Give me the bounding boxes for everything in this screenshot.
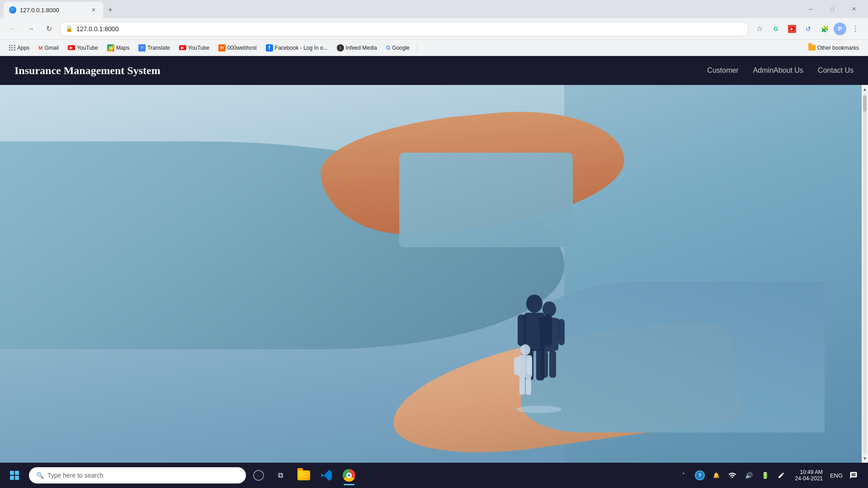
svg-rect-7 [558, 319, 565, 345]
volume-icon[interactable]: 🔊 [741, 465, 756, 486]
bookmark-youtube2[interactable]: YouTube [175, 43, 213, 53]
browser-frame: 127.0.0.1:8000 ✕ + ─ □ ✕ ← → ↻ 🔒 127.0.0… [0, 0, 868, 488]
cortana-button[interactable]: ○ [250, 465, 268, 486]
taskview-icon: ⧉ [278, 471, 283, 479]
active-tab[interactable]: 127.0.0.1:8000 ✕ [4, 2, 103, 18]
wifi-svg [728, 471, 736, 479]
webhost-icon: W [218, 44, 226, 52]
notification-area[interactable]: 🔔 [709, 465, 723, 486]
tab-bar: 127.0.0.1:8000 ✕ + ─ □ ✕ [0, 0, 868, 18]
toolbar: ← → ↻ 🔒 127.0.0.1:8000 ☆ G ↺ 🧩 P ⋮ [0, 18, 868, 40]
taskview-button[interactable]: ⧉ [269, 465, 291, 486]
maps-icon: M [107, 44, 114, 52]
reload-button[interactable]: ↻ [42, 22, 56, 36]
pen-input-icon[interactable] [774, 465, 788, 486]
nav-customer[interactable]: Customer [707, 66, 738, 75]
bookmark-youtube1[interactable]: YouTube [64, 43, 102, 53]
tab-close-button[interactable]: ✕ [90, 6, 98, 14]
close-button[interactable]: ✕ [844, 2, 864, 16]
scroll-down-arrow[interactable]: ▼ [863, 456, 867, 461]
bookmark-maps[interactable]: M Maps [104, 42, 133, 53]
taskbar-search[interactable]: 🔍 Type here to search [29, 467, 246, 483]
bookmark-facebook[interactable]: f Facebook - Log In o... [262, 42, 331, 53]
file-explorer-icon [297, 470, 310, 480]
minimize-button[interactable]: ─ [800, 2, 821, 16]
google-icon: G [386, 45, 390, 51]
address-bar[interactable]: 🔒 127.0.0.1:8000 [60, 22, 749, 36]
taskbar-search-placeholder: Type here to search [47, 472, 104, 479]
extension-icon-2[interactable]: ↺ [801, 22, 816, 36]
extension-icon-1[interactable] [785, 22, 799, 36]
chrome-menu[interactable]: ⋮ [848, 22, 863, 36]
tab-favicon [9, 6, 16, 14]
nav-admin[interactable]: Admin [753, 66, 774, 75]
maximize-button[interactable]: □ [822, 2, 843, 16]
wifi-icon[interactable] [725, 465, 740, 486]
profile-avatar[interactable]: P [834, 23, 846, 35]
site-nav-right: About Us Contact Us [774, 66, 854, 75]
security-icon: 🔒 [66, 25, 73, 32]
taskbar-vscode[interactable] [316, 465, 337, 486]
bookmarks-bar: Apps M Gmail YouTube M Maps T Translate [0, 40, 868, 56]
hero-section: ▲ ▼ [0, 85, 868, 463]
scroll-track[interactable] [863, 94, 867, 454]
windows-icon [10, 471, 19, 480]
facebook-icon: f [266, 44, 273, 52]
action-center-icon [849, 471, 858, 479]
bookmark-maps-label: Maps [116, 45, 129, 51]
taskbar-time: 10:49 AM [800, 469, 823, 475]
action-center[interactable] [846, 465, 861, 486]
bookmark-translate-label: Translate [147, 45, 170, 51]
taskbar-date: 24-04-2021 [795, 475, 823, 482]
bookmark-gmail[interactable]: M Gmail [35, 43, 62, 53]
svg-rect-12 [514, 357, 519, 375]
svg-rect-14 [519, 377, 525, 395]
scroll-thumb[interactable] [863, 96, 867, 112]
youtube-icon-2 [179, 45, 186, 50]
grammarly-extension[interactable]: G [769, 22, 783, 36]
language-text: ENG [830, 472, 843, 479]
pen-svg [778, 472, 785, 479]
bookmark-translate[interactable]: T Translate [135, 42, 174, 53]
taskbar-search-icon: 🔍 [36, 472, 44, 479]
site-nav: Insurance Management System Customer Adm… [0, 56, 868, 85]
bookmark-apps-label: Apps [17, 45, 29, 51]
bookmark-separator [417, 43, 417, 52]
bookmark-infeed-label: Infeed Media [346, 45, 377, 51]
taskbar: 🔍 Type here to search ○ ⧉ [0, 463, 868, 488]
website-content: Insurance Management System Customer Adm… [0, 56, 868, 463]
battery-icon[interactable]: 🔋 [758, 465, 772, 486]
show-hidden-icons[interactable]: ˄ [676, 465, 691, 486]
help-icon[interactable]: ? [693, 465, 707, 486]
svg-point-16 [516, 406, 561, 413]
bookmark-000webhost-label: 000webhost [227, 45, 257, 51]
scrollbar[interactable]: ▲ ▼ [862, 85, 868, 463]
star-button[interactable]: ☆ [752, 22, 767, 36]
start-button[interactable] [4, 465, 25, 486]
bookmark-apps[interactable]: Apps [5, 43, 33, 53]
taskbar-file-explorer[interactable] [293, 465, 315, 486]
other-bookmarks[interactable]: Other bookmarks [805, 43, 863, 53]
bookmark-infeed[interactable]: I Infeed Media [333, 42, 381, 53]
other-bookmarks-label: Other bookmarks [817, 45, 859, 51]
language-indicator[interactable]: ENG [828, 465, 844, 486]
svg-point-0 [526, 295, 542, 313]
site-logo: Insurance Management System [14, 65, 707, 77]
scroll-up-arrow[interactable]: ▲ [863, 87, 867, 92]
nav-contact[interactable]: Contact Us [818, 66, 854, 75]
infeed-icon: I [337, 44, 344, 52]
new-tab-button[interactable]: + [104, 4, 117, 16]
taskbar-clock[interactable]: 10:49 AM 24-04-2021 [790, 469, 826, 482]
taskbar-chrome[interactable] [338, 465, 360, 486]
bookmark-000webhost[interactable]: W 000webhost [215, 42, 260, 53]
svg-rect-8 [541, 351, 548, 378]
hero-cuff-top [399, 153, 573, 247]
nav-about[interactable]: About Us [774, 66, 803, 75]
forward-button[interactable]: → [24, 22, 38, 36]
window-controls: ─ □ ✕ [800, 2, 864, 16]
folder-icon [808, 45, 816, 51]
svg-rect-15 [526, 377, 531, 395]
bookmark-google[interactable]: G Google [382, 43, 413, 53]
extensions-button[interactable]: 🧩 [817, 22, 832, 36]
back-button[interactable]: ← [5, 22, 20, 36]
